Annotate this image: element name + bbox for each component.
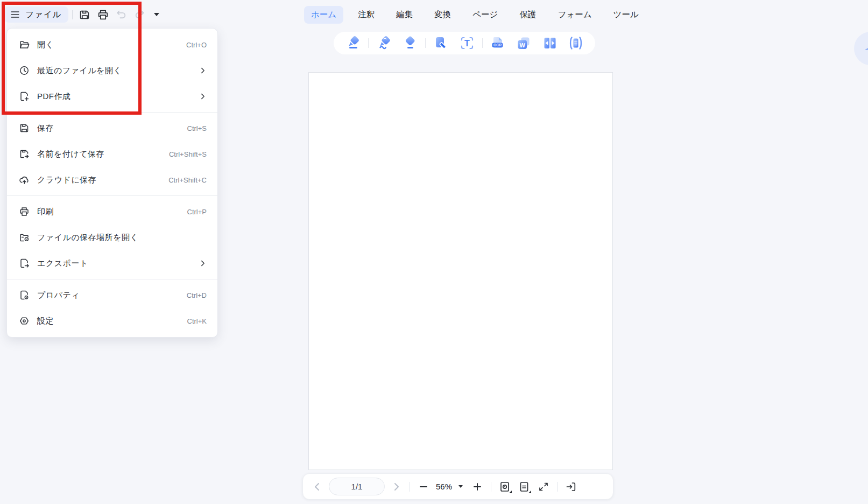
menu-item-label: 保存 [37, 123, 180, 134]
convert-word-button[interactable]: W [513, 32, 534, 54]
split-pages-button[interactable] [539, 32, 561, 54]
file-plus-icon [19, 91, 30, 102]
submenu-chevron-icon [199, 67, 207, 74]
menu-item-label: ファイルの保存場所を開く [37, 233, 207, 243]
highlighter-icon [345, 36, 361, 51]
paper-plane-icon [863, 41, 868, 56]
save-as-icon [19, 149, 30, 159]
submenu-chevron-icon [199, 93, 207, 100]
tab-form[interactable]: フォーム [551, 6, 598, 24]
tab-tools[interactable]: ツール [606, 6, 646, 24]
menu-item-export[interactable]: エクスポート [7, 250, 217, 276]
ai-assistant-button[interactable] [854, 32, 868, 65]
menu-item-open-file-location[interactable]: ファイルの保存場所を開く [7, 225, 217, 250]
zoom-caret-icon[interactable] [458, 485, 463, 488]
compress-pdf-button[interactable] [565, 32, 587, 54]
quick-tools-bar: T OCR W [334, 32, 595, 54]
tab-edit[interactable]: 編集 [389, 6, 420, 24]
split-pages-icon [542, 36, 558, 51]
text-frame-icon: T [460, 36, 475, 51]
zoom-in-button[interactable] [469, 479, 485, 495]
folder-location-icon [19, 232, 30, 243]
cloud-upload-icon [19, 174, 30, 185]
save-button[interactable] [75, 6, 94, 23]
zoom-level-value[interactable]: 56% [435, 482, 453, 491]
menu-item-print[interactable]: 印刷 Ctrl+P [7, 199, 217, 225]
menu-item-shortcut: Ctrl+Shift+S [169, 150, 207, 158]
menu-item-label: プロパティ [37, 290, 179, 300]
tab-protect[interactable]: 保護 [512, 6, 543, 24]
hamburger-icon [10, 10, 20, 19]
menu-item-label: エクスポート [37, 258, 192, 269]
menu-item-label: 名前を付けて保存 [37, 149, 161, 159]
tab-convert[interactable]: 変換 [427, 6, 458, 24]
ocr-icon: OCR [490, 36, 505, 51]
quick-tools-divider [482, 38, 483, 48]
dropdown-corner-icon [509, 491, 512, 493]
word-convert-icon: W [516, 36, 531, 51]
squiggly-tool-button[interactable] [373, 32, 395, 54]
toolbar-more-caret-icon[interactable] [154, 13, 159, 16]
folder-open-icon [19, 39, 30, 50]
page-view-mode-button[interactable] [497, 479, 513, 495]
statusbar-divider [491, 482, 491, 492]
fullscreen-button[interactable] [535, 479, 552, 495]
menu-item-properties[interactable]: プロパティ Ctrl+D [7, 282, 217, 308]
quick-tools-divider [368, 38, 369, 48]
edit-text-button[interactable]: T [456, 32, 478, 54]
statusbar-divider [410, 482, 410, 492]
statusbar-divider [557, 482, 558, 492]
undo-button[interactable] [112, 6, 130, 23]
menu-item-create-pdf[interactable]: PDF作成 [7, 83, 217, 109]
menu-item-shortcut: Ctrl+P [187, 208, 207, 216]
highlight-tool-button[interactable] [342, 32, 364, 54]
word-label: W [520, 42, 526, 48]
print-button[interactable] [94, 6, 112, 23]
tab-page[interactable]: ページ [465, 6, 505, 24]
menu-item-save[interactable]: 保存 Ctrl+S [7, 115, 217, 141]
menu-item-shortcut: Ctrl+D [187, 291, 207, 299]
menu-item-open-recent[interactable]: 最近のファイルを開く [7, 58, 217, 83]
menu-item-shortcut: Ctrl+K [187, 317, 207, 325]
ribbon-tab-bar: ホーム 注釈 編集 変換 ページ 保護 フォーム ツール [304, 6, 646, 24]
tab-annotate[interactable]: 注釈 [351, 6, 382, 24]
page-layout-button[interactable] [516, 479, 532, 495]
page-number-input[interactable]: 1/1 [329, 478, 385, 495]
previous-page-button[interactable] [309, 479, 326, 495]
menu-item-label: 開く [37, 40, 179, 50]
letter-t-glyph: T [464, 39, 470, 48]
eraser-tool-button[interactable] [399, 32, 421, 54]
menu-item-label: クラウドに保存 [37, 175, 161, 185]
status-bar: 1/1 56% [302, 473, 613, 500]
ocr-label: OCR [493, 43, 502, 47]
ocr-button[interactable]: OCR [487, 32, 509, 54]
undo-icon [115, 9, 128, 21]
menu-separator [7, 195, 217, 196]
pdf-page-canvas[interactable] [308, 72, 613, 470]
menu-item-label: 設定 [37, 316, 180, 326]
file-menu-button[interactable]: ファイル [4, 6, 68, 23]
chevron-left-icon [312, 481, 323, 492]
redo-button[interactable] [130, 6, 149, 23]
expand-icon [538, 481, 549, 493]
edit-pdf-button[interactable] [430, 32, 451, 54]
next-page-button[interactable] [388, 479, 404, 495]
collapse-panel-button[interactable] [563, 479, 579, 495]
menu-item-save-to-cloud[interactable]: クラウドに保存 Ctrl+Shift+C [7, 167, 217, 193]
file-export-icon [19, 258, 30, 269]
menu-item-settings[interactable]: 設定 Ctrl+K [7, 308, 217, 334]
redo-icon [133, 9, 146, 21]
dropdown-corner-icon [528, 491, 531, 493]
menu-item-open[interactable]: 開く Ctrl+O [7, 32, 217, 58]
save-icon [79, 9, 91, 21]
tab-home[interactable]: ホーム [304, 6, 343, 24]
file-properties-icon [19, 290, 30, 300]
minus-icon [418, 481, 429, 492]
quick-tools-divider [425, 38, 426, 48]
menu-item-save-as[interactable]: 名前を付けて保存 Ctrl+Shift+S [7, 141, 217, 167]
settings-icon [19, 316, 30, 326]
zoom-out-button[interactable] [415, 479, 432, 495]
file-dropdown-menu: 開く Ctrl+O 最近のファイルを開く PDF作成 保存 Ctrl+S 名前を… [6, 28, 218, 338]
menu-item-label: PDF作成 [37, 92, 192, 102]
submenu-chevron-icon [199, 260, 207, 267]
